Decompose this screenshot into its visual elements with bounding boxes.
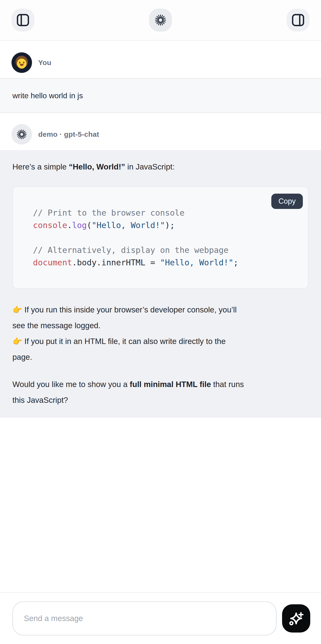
message-input[interactable] xyxy=(12,602,277,636)
copy-button[interactable]: Copy xyxy=(271,194,303,209)
panel-right-icon xyxy=(291,13,306,28)
empty-chat-space xyxy=(0,418,321,592)
panel-left-icon xyxy=(15,13,30,28)
starburst-icon xyxy=(154,14,167,26)
user-avatar xyxy=(11,52,32,73)
followup-paragraph: Would you like me to show you a full min… xyxy=(12,376,309,408)
user-message-header: You xyxy=(0,41,321,78)
intro-text-post: in JavaScript: xyxy=(125,162,175,171)
tips-paragraph: 👉 If you run this inside your browser’s … xyxy=(12,302,309,365)
user-message-text: write hello world in js xyxy=(12,91,83,100)
code-content: // Print to the browser console console.… xyxy=(13,187,308,269)
code-block: Copy // Print to the browser console con… xyxy=(12,186,309,289)
chat-app: You write hello world in js demo · gpt-5… xyxy=(0,0,321,644)
intro-paragraph: Here’s a simple “Hello, World!” in JavaS… xyxy=(12,161,309,172)
person-emoji-icon xyxy=(15,56,29,70)
intro-text-bold: “Hello, World!” xyxy=(69,162,125,171)
composer xyxy=(0,592,321,644)
sparkle-icon xyxy=(289,611,304,626)
assistant-avatar xyxy=(11,124,32,145)
sidebar-toggle-button[interactable] xyxy=(11,8,34,32)
assistant-message-body: Here’s a simple “Hello, World!” in JavaS… xyxy=(0,150,321,418)
followup-text-bold: full minimal HTML file xyxy=(130,380,211,389)
user-sender-label: You xyxy=(38,58,51,67)
intro-text-pre: Here’s a simple xyxy=(12,162,69,171)
followup-text-pre: Would you like me to show you a xyxy=(12,380,130,389)
brand-logo xyxy=(149,8,172,32)
user-message-bubble: write hello world in js xyxy=(0,78,321,113)
starburst-icon xyxy=(16,129,27,140)
send-button[interactable] xyxy=(282,604,310,632)
assistant-message-header: demo · gpt-5-chat xyxy=(0,113,321,150)
top-bar xyxy=(0,0,321,41)
panel-toggle-button[interactable] xyxy=(287,8,310,32)
assistant-sender-label: demo · gpt-5-chat xyxy=(38,130,99,138)
